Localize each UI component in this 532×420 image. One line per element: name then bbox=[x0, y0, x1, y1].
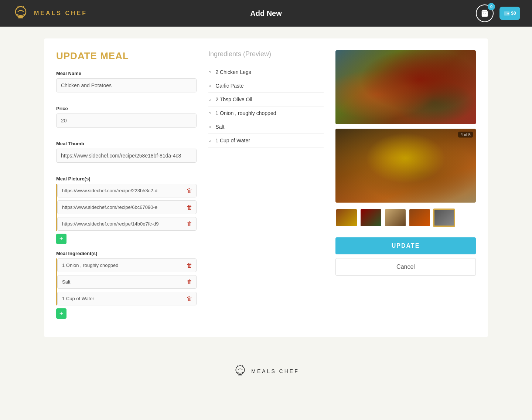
ingredient-input[interactable] bbox=[58, 292, 183, 305]
meal-name-field: Meal Name bbox=[56, 71, 197, 99]
delete-picture-button[interactable]: 🗑 bbox=[183, 201, 196, 214]
main-content: UPDATE MEAL Meal Name Price Meal Thumb M… bbox=[44, 38, 488, 337]
ingredient-preview-list: 2 Chicken LegsGarlic Paste2 Tbsp Olive O… bbox=[208, 65, 324, 148]
logo-area: MEALS CHEF bbox=[12, 4, 87, 22]
ingredient-input[interactable] bbox=[58, 259, 183, 272]
thumbnail-3[interactable] bbox=[384, 209, 406, 227]
form-section: UPDATE MEAL Meal Name Price Meal Thumb M… bbox=[56, 50, 197, 325]
meal-thumb-field: Meal Thumb bbox=[56, 141, 197, 169]
picture-item: 🗑 bbox=[57, 200, 197, 214]
add-picture-button[interactable]: + bbox=[56, 234, 66, 244]
svg-rect-8 bbox=[508, 13, 509, 15]
cart-button[interactable]: 0 bbox=[476, 4, 494, 22]
svg-line-5 bbox=[18, 6, 18, 7]
slide-counter: 4 of 5 bbox=[458, 132, 473, 138]
svg-line-13 bbox=[242, 365, 243, 366]
logo-text: MEALS CHEF bbox=[34, 10, 87, 17]
meal-name-input[interactable] bbox=[56, 78, 197, 92]
cancel-button[interactable]: Cancel bbox=[335, 258, 476, 276]
meal-name-label: Meal Name bbox=[56, 71, 197, 76]
picture-list: 🗑🗑🗑 bbox=[56, 184, 197, 231]
delete-ingredient-button[interactable]: 🗑 bbox=[183, 259, 196, 272]
footer-logo-icon bbox=[233, 364, 248, 379]
wallet-amount: $0 bbox=[511, 11, 516, 16]
preview-section: Ingredients (Preview) 2 Chicken LegsGarl… bbox=[208, 50, 324, 325]
thumbnail-5[interactable] bbox=[433, 209, 455, 227]
svg-rect-11 bbox=[238, 375, 242, 375]
svg-line-4 bbox=[23, 6, 24, 7]
food-image-1 bbox=[335, 50, 476, 124]
meal-thumb-label: Meal Thumb bbox=[56, 141, 197, 146]
meal-ingredients-field: Meal Ingredient(s) 🗑🗑🗑 + bbox=[56, 251, 197, 319]
ingredient-item: 🗑 bbox=[57, 292, 197, 305]
ingredient-input[interactable] bbox=[58, 275, 183, 288]
picture-url-input[interactable] bbox=[58, 201, 183, 214]
list-item: Salt bbox=[208, 120, 324, 134]
thumbnail-2[interactable] bbox=[360, 209, 382, 227]
svg-line-14 bbox=[238, 365, 239, 366]
delete-ingredient-button[interactable]: 🗑 bbox=[183, 292, 196, 305]
ingredient-list-inputs: 🗑🗑🗑 bbox=[56, 258, 197, 305]
ingredient-item: 🗑 bbox=[57, 258, 197, 272]
svg-rect-2 bbox=[18, 17, 23, 18]
thumbnail-row bbox=[335, 209, 476, 227]
cart-icon bbox=[481, 9, 489, 17]
svg-rect-1 bbox=[19, 16, 22, 17]
meal-thumb-input[interactable] bbox=[56, 149, 197, 163]
food-image-2: 4 of 5 bbox=[335, 129, 476, 203]
picture-item: 🗑 bbox=[57, 217, 197, 231]
list-item: 1 Cup of Water bbox=[208, 134, 324, 148]
list-item: 2 Tbsp Olive Oil bbox=[208, 93, 324, 106]
cart-badge: 0 bbox=[488, 3, 495, 10]
meal-ingredients-label: Meal Ingredient(s) bbox=[56, 251, 197, 256]
delete-picture-button[interactable]: 🗑 bbox=[183, 184, 196, 197]
list-item: Garlic Paste bbox=[208, 79, 324, 93]
thumbnail-4[interactable] bbox=[409, 209, 431, 227]
ingredient-item: 🗑 bbox=[57, 275, 197, 289]
image-preview-section: 4 of 5 UPDATE Cancel bbox=[335, 50, 476, 325]
header-actions: 0 $0 bbox=[476, 4, 520, 22]
picture-url-input[interactable] bbox=[58, 184, 183, 197]
preview-title: Ingredients (Preview) bbox=[208, 50, 324, 58]
list-item: 2 Chicken Legs bbox=[208, 65, 324, 79]
meal-pictures-field: Meal Picture(s) 🗑🗑🗑 + bbox=[56, 176, 197, 244]
logo-icon bbox=[12, 4, 30, 22]
wallet-button[interactable]: $0 bbox=[499, 7, 520, 20]
header: MEALS CHEF Add New 0 $0 bbox=[0, 0, 532, 27]
svg-rect-10 bbox=[239, 374, 242, 375]
picture-item: 🗑 bbox=[57, 184, 197, 197]
footer: MEALS CHEF bbox=[0, 349, 532, 386]
form-title: UPDATE MEAL bbox=[56, 50, 197, 62]
update-button[interactable]: UPDATE bbox=[335, 237, 476, 254]
footer-logo-text: MEALS CHEF bbox=[251, 368, 299, 374]
wallet-icon bbox=[504, 10, 510, 17]
picture-url-input[interactable] bbox=[58, 217, 183, 230]
meal-pictures-label: Meal Picture(s) bbox=[56, 176, 197, 182]
delete-picture-button[interactable]: 🗑 bbox=[183, 218, 196, 230]
price-field: Price bbox=[56, 106, 197, 134]
price-label: Price bbox=[56, 106, 197, 111]
list-item: 1 Onion , roughly chopped bbox=[208, 106, 324, 120]
add-ingredient-button[interactable]: + bbox=[56, 308, 66, 319]
action-buttons: UPDATE Cancel bbox=[335, 237, 476, 276]
header-nav-label: Add New bbox=[250, 9, 282, 18]
delete-ingredient-button[interactable]: 🗑 bbox=[183, 276, 196, 288]
thumbnail-1[interactable] bbox=[335, 209, 358, 227]
footer-logo: MEALS CHEF bbox=[233, 364, 299, 379]
price-input[interactable] bbox=[56, 114, 197, 128]
